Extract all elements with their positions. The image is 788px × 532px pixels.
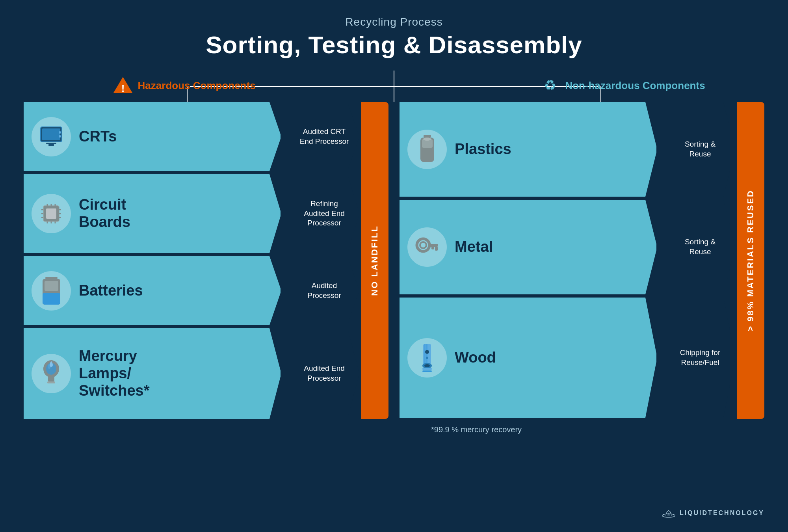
circuit-icon-circle <box>32 194 71 233</box>
mercury-processor-text: Audited EndProcessor <box>304 364 345 383</box>
right-panel: Plastics Sorting &Reuse <box>400 102 764 419</box>
svg-rect-43 <box>424 344 426 366</box>
footnote: *99.9 % mercury recovery <box>431 425 522 434</box>
plastics-processor-text: Sorting &Reuse <box>685 140 716 159</box>
bulb-icon <box>39 358 63 389</box>
crt-processor: Audited CRTEnd Processor <box>281 102 359 171</box>
crt-icon-circle <box>32 117 71 156</box>
svg-point-7 <box>59 131 61 134</box>
connector-row: ! Hazardous Components ♻ Non-hazardous C… <box>24 71 764 102</box>
metal-row: Metal Sorting &Reuse <box>400 200 735 294</box>
metal-processor-text: Sorting &Reuse <box>685 237 716 257</box>
wood-main: Wood <box>400 298 657 418</box>
key-icon <box>413 233 441 261</box>
battery-processor: AuditedProcessor <box>281 256 359 325</box>
mercury-label: MercuryLamps/Switches* <box>79 348 150 399</box>
wood-label: Wood <box>455 349 496 366</box>
circuit-processor-text: RefiningAudited EndProcessor <box>304 199 345 228</box>
hazardous-items: CRTs Audited CRTEnd Processor <box>24 102 359 419</box>
plastics-row: Plastics Sorting &Reuse <box>400 102 735 197</box>
warning-icon: ! <box>113 75 133 96</box>
mercury-processor: Audited EndProcessor <box>281 328 359 419</box>
battery-icon <box>41 275 62 307</box>
nonhazardous-items: Plastics Sorting &Reuse <box>400 102 735 419</box>
plastics-icon-circle <box>407 130 447 169</box>
svg-rect-5 <box>46 143 56 144</box>
svg-point-37 <box>417 239 429 251</box>
svg-rect-29 <box>47 381 55 383</box>
plastic-icon <box>416 134 438 165</box>
svg-text:♻: ♻ <box>544 77 556 93</box>
crt-row: CRTs Audited CRTEnd Processor <box>24 102 359 171</box>
no-landfill-text: NO LANDFILL <box>370 225 380 296</box>
svg-rect-50 <box>422 370 432 372</box>
svg-rect-6 <box>48 144 54 146</box>
right-inner: Plastics Sorting &Reuse <box>400 102 764 419</box>
hazard-label: ! Hazardous Components <box>113 75 256 96</box>
svg-rect-49 <box>422 368 432 370</box>
wood-icon <box>415 342 439 374</box>
svg-rect-25 <box>43 293 60 305</box>
nonhazard-text: Non-hazardous Components <box>565 80 705 92</box>
metal-main: Metal <box>400 200 657 294</box>
chip-icon <box>37 200 65 227</box>
liquid-technology-logo-icon <box>662 506 676 520</box>
svg-rect-23 <box>45 277 58 279</box>
metal-label: Metal <box>455 238 493 256</box>
svg-point-48 <box>426 357 428 359</box>
tv-icon <box>37 124 65 149</box>
svg-rect-35 <box>422 149 433 160</box>
svg-point-36 <box>423 138 431 141</box>
svg-rect-32 <box>424 135 431 138</box>
panels-row: CRTs Audited CRTEnd Processor <box>24 102 764 419</box>
metal-icon-circle <box>407 227 447 267</box>
battery-main: Batteries <box>24 256 281 325</box>
diagram: ! Hazardous Components ♻ Non-hazardous C… <box>24 71 764 434</box>
svg-rect-39 <box>428 244 438 247</box>
crt-processor-text: Audited CRTEnd Processor <box>300 127 349 146</box>
circuit-row: CircuitBoards RefiningAudited EndProcess… <box>24 174 359 253</box>
circuit-processor: RefiningAudited EndProcessor <box>281 174 359 253</box>
battery-processor-text: AuditedProcessor <box>307 281 341 300</box>
svg-point-47 <box>425 350 429 354</box>
svg-point-8 <box>59 135 61 138</box>
wood-row: Wood Chipping forReuse/Fuel <box>400 298 735 418</box>
svg-rect-28 <box>48 377 54 381</box>
plastics-main: Plastics <box>400 102 657 197</box>
svg-rect-10 <box>46 208 56 219</box>
battery-icon-circle <box>32 271 71 311</box>
materials-reused-text: > 98% MATERIALS REUSED <box>745 190 756 331</box>
wood-processor: Chipping forReuse/Fuel <box>656 298 735 418</box>
crt-label: CRTs <box>79 128 117 145</box>
plastics-label: Plastics <box>455 141 511 158</box>
logo-text: LIQUIDTECHNOLOGY <box>680 510 764 517</box>
no-landfill-banner: NO LANDFILL <box>361 102 388 419</box>
svg-rect-26 <box>45 281 58 291</box>
recycle-icon: ♻ <box>540 75 560 96</box>
metal-processor: Sorting &Reuse <box>656 200 735 294</box>
svg-rect-41 <box>431 247 434 249</box>
svg-point-38 <box>420 242 426 248</box>
logo-area: LIQUIDTECHNOLOGY <box>662 506 764 520</box>
svg-rect-44 <box>426 344 427 366</box>
hazard-text: Hazardous Components <box>138 80 256 92</box>
battery-row: Batteries AuditedProcessor <box>24 256 359 325</box>
svg-point-46 <box>424 364 430 367</box>
header-title: Sorting, Testing & Disassembly <box>206 31 582 59</box>
svg-text:!: ! <box>121 82 125 94</box>
svg-rect-4 <box>42 128 60 140</box>
mercury-main: MercuryLamps/Switches* <box>24 328 281 419</box>
mercury-icon-circle <box>32 354 71 393</box>
svg-rect-40 <box>435 247 438 251</box>
mercury-row: MercuryLamps/Switches* Audited EndProces… <box>24 328 359 419</box>
left-panel: CRTs Audited CRTEnd Processor <box>24 102 388 419</box>
circuit-label: CircuitBoards <box>79 196 130 231</box>
crt-main: CRTs <box>24 102 281 171</box>
wood-processor-text: Chipping forReuse/Fuel <box>680 348 720 367</box>
main-content: CRTs Audited CRTEnd Processor <box>24 102 764 434</box>
battery-label: Batteries <box>79 282 143 299</box>
page-header: Recycling Process Sorting, Testing & Dis… <box>206 16 582 59</box>
wood-icon-circle <box>407 338 447 378</box>
vertical-line-center <box>394 71 394 102</box>
nonhazard-label: ♻ Non-hazardous Components <box>540 75 705 96</box>
